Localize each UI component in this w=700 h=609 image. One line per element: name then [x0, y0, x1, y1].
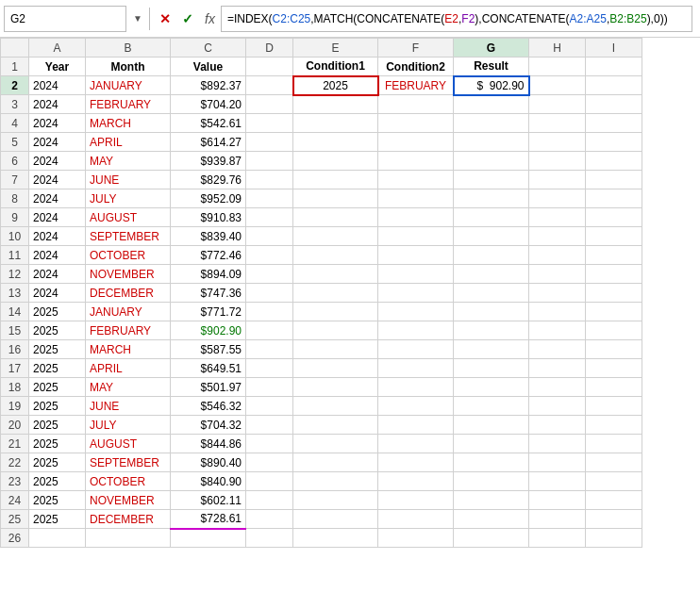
name-box-dropdown[interactable]: ▼ [130, 13, 145, 24]
cell-g5[interactable] [454, 133, 529, 152]
cell-i7[interactable] [586, 171, 642, 189]
cell-g3[interactable] [454, 95, 529, 114]
cell-f10[interactable] [378, 227, 454, 246]
cell-a3[interactable]: 2024 [29, 95, 86, 114]
cell-i2[interactable] [586, 76, 642, 95]
cell-a1[interactable]: Year [29, 58, 86, 76]
cell-a14[interactable]: 2025 [29, 303, 86, 321]
cell-f19[interactable] [378, 397, 454, 416]
cell-b12[interactable]: NOVEMBER [86, 265, 171, 284]
cell-h16[interactable] [529, 340, 586, 359]
cell-f20[interactable] [378, 416, 454, 435]
cell-a20[interactable]: 2025 [29, 416, 86, 435]
cell-f11[interactable] [378, 246, 454, 265]
cell-g24[interactable] [454, 491, 529, 510]
cell-a21[interactable]: 2025 [29, 435, 86, 453]
cell-g13[interactable] [454, 284, 529, 303]
cell-e20[interactable] [293, 416, 378, 435]
cell-c20[interactable]: $704.32 [171, 416, 246, 435]
cell-f14[interactable] [378, 303, 454, 321]
cell-d3[interactable] [246, 95, 293, 114]
cell-f8[interactable] [378, 189, 454, 208]
cell-f5[interactable] [378, 133, 454, 152]
cell-b6[interactable]: MAY [86, 152, 171, 171]
cell-i4[interactable] [586, 114, 642, 133]
cell-i1[interactable] [586, 58, 642, 76]
cell-c6[interactable]: $939.87 [171, 152, 246, 171]
cell-i17[interactable] [586, 359, 642, 378]
cell-h4[interactable] [529, 114, 586, 133]
cell-e5[interactable] [293, 133, 378, 152]
cell-c25[interactable]: $728.61 [171, 510, 246, 529]
cell-e10[interactable] [293, 227, 378, 246]
cell-f12[interactable] [378, 265, 454, 284]
cell-b10[interactable]: SEPTEMBER [86, 227, 171, 246]
cell-d14[interactable] [246, 303, 293, 321]
cell-h13[interactable] [529, 284, 586, 303]
cell-g25[interactable] [454, 510, 529, 529]
cell-a22[interactable]: 2025 [29, 453, 86, 472]
cell-c11[interactable]: $772.46 [171, 246, 246, 265]
cell-b18[interactable]: MAY [86, 378, 171, 397]
cell-b8[interactable]: JULY [86, 189, 171, 208]
col-header-e[interactable]: E [293, 39, 378, 58]
cell-i11[interactable] [586, 246, 642, 265]
cancel-icon[interactable]: ✕ [154, 8, 176, 30]
cell-g18[interactable] [454, 378, 529, 397]
cell-d15[interactable] [246, 321, 293, 340]
cell-b9[interactable]: AUGUST [86, 208, 171, 227]
cell-h15[interactable] [529, 321, 586, 340]
cell-i10[interactable] [586, 227, 642, 246]
cell-i8[interactable] [586, 189, 642, 208]
cell-g17[interactable] [454, 359, 529, 378]
cell-d2[interactable] [246, 76, 293, 95]
cell-h14[interactable] [529, 303, 586, 321]
cell-d23[interactable] [246, 472, 293, 491]
cell-h22[interactable] [529, 453, 586, 472]
col-header-f[interactable]: F [378, 39, 454, 58]
cell-c7[interactable]: $829.76 [171, 171, 246, 189]
cell-f3[interactable] [378, 95, 454, 114]
cell-a15[interactable]: 2025 [29, 321, 86, 340]
cell-a9[interactable]: 2024 [29, 208, 86, 227]
cell-e2[interactable]: 2025 [293, 76, 378, 95]
cell-h23[interactable] [529, 472, 586, 491]
col-header-a[interactable]: A [29, 39, 86, 58]
cell-e25[interactable] [293, 510, 378, 529]
cell-e7[interactable] [293, 171, 378, 189]
cell-d11[interactable] [246, 246, 293, 265]
cell-d9[interactable] [246, 208, 293, 227]
cell-c13[interactable]: $747.36 [171, 284, 246, 303]
cell-g15[interactable] [454, 321, 529, 340]
formula-bar[interactable]: =INDEX(C2:C25,MATCH(CONCATENATE(E2,F2),C… [221, 6, 692, 32]
cell-f23[interactable] [378, 472, 454, 491]
cell-b24[interactable]: NOVEMBER [86, 491, 171, 510]
cell-c12[interactable]: $894.09 [171, 265, 246, 284]
cell-g20[interactable] [454, 416, 529, 435]
cell-a23[interactable]: 2025 [29, 472, 86, 491]
cell-a8[interactable]: 2024 [29, 189, 86, 208]
cell-e9[interactable] [293, 208, 378, 227]
cell-g6[interactable] [454, 152, 529, 171]
cell-e1[interactable]: Condition1 [293, 58, 378, 76]
col-header-g[interactable]: G [454, 39, 529, 58]
cell-e12[interactable] [293, 265, 378, 284]
cell-f25[interactable] [378, 510, 454, 529]
cell-g12[interactable] [454, 265, 529, 284]
cell-i3[interactable] [586, 95, 642, 114]
cell-i23[interactable] [586, 472, 642, 491]
cell-b22[interactable]: SEPTEMBER [86, 453, 171, 472]
col-header-d[interactable]: D [246, 39, 293, 58]
cell-b3[interactable]: FEBRUARY [86, 95, 171, 114]
cell-i25[interactable] [586, 510, 642, 529]
cell-c5[interactable]: $614.27 [171, 133, 246, 152]
cell-c23[interactable]: $840.90 [171, 472, 246, 491]
cell-b11[interactable]: OCTOBER [86, 246, 171, 265]
cell-g19[interactable] [454, 397, 529, 416]
cell-h26[interactable] [529, 529, 586, 548]
cell-d6[interactable] [246, 152, 293, 171]
cell-h11[interactable] [529, 246, 586, 265]
cell-b1[interactable]: Month [86, 58, 171, 76]
cell-a12[interactable]: 2024 [29, 265, 86, 284]
cell-h24[interactable] [529, 491, 586, 510]
